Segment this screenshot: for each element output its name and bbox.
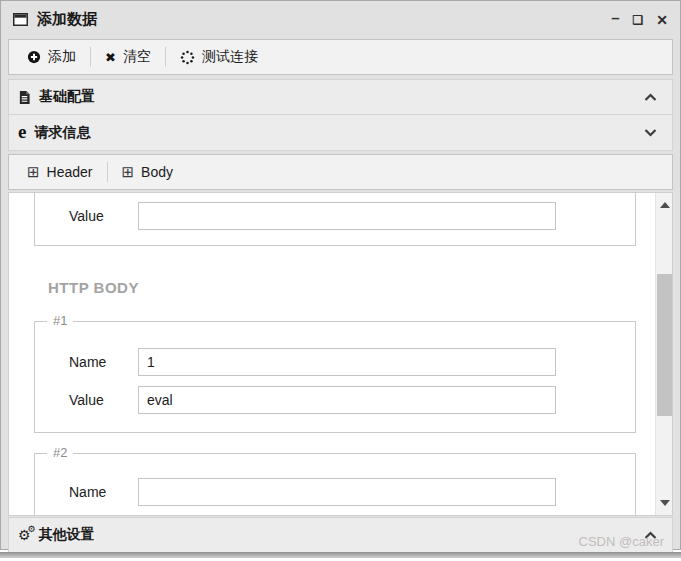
section-other-label: 其他设置 [39,526,95,544]
request-e-icon: e [18,122,26,141]
field-row: Value [35,202,635,230]
request-sub-toolbar: ⊞ Header ⊞ Body [8,154,673,190]
gears-icon: ⚙⚙ [18,528,31,542]
window-controls: – ❑ ✕ [611,12,668,27]
dialog-titlebar[interactable]: 添加数据 – ❑ ✕ [1,1,680,38]
page-title: 添加数据 [37,10,97,29]
name-field-label: Name [69,484,138,500]
body2-name-input[interactable] [138,478,556,506]
chevron-up-icon [644,93,657,102]
section-request-info[interactable]: e 请求信息 [8,115,673,151]
add-header-button[interactable]: ⊞ Header [13,159,107,185]
clear-button-label: 清空 [123,48,151,66]
window-drop-shadow [0,552,681,558]
plus-square-icon: ⊞ [27,163,40,181]
section-basic-label: 基础配置 [39,88,95,106]
window-icon [13,13,28,26]
value-field-label: Value [69,392,138,408]
request-form-scroll-area: Value HTTP BODY #1 Name Value #2 [8,192,673,516]
plus-square-icon: ⊞ [122,163,135,181]
section-basic-config[interactable]: 基础配置 [8,79,673,115]
add-header-label: Header [47,164,93,180]
scrollbar-thumb[interactable] [657,274,672,416]
http-body-heading: HTTP BODY [48,279,139,296]
value-field-label: Value [69,208,138,224]
field-row: Value [35,386,635,414]
section-other-settings[interactable]: ⚙⚙ 其他设置 [8,517,673,553]
body-fieldset-2: #2 Name [34,453,636,516]
field-row: Name [35,348,635,376]
plus-circle-icon [27,50,41,64]
minimize-icon[interactable]: – [611,10,619,25]
chevron-down-icon [644,128,657,137]
clear-x-icon: ✖ [105,50,116,65]
add-body-button[interactable]: ⊞ Body [108,159,188,185]
fieldset-2-legend: #2 [47,445,73,460]
clear-button[interactable]: ✖ 清空 [91,44,165,70]
add-button[interactable]: 添加 [13,44,90,70]
csdn-watermark: CSDN @caker [579,534,664,549]
spinner-icon [180,50,195,65]
fieldset-1-legend: #1 [47,313,73,328]
body-fieldset-1: #1 Name Value [34,321,636,433]
name-field-label: Name [69,354,138,370]
close-icon[interactable]: ✕ [656,13,668,27]
body1-name-input[interactable] [138,348,556,376]
header-value-input[interactable] [138,202,556,230]
add-button-label: 添加 [48,48,76,66]
test-connection-label: 测试连接 [202,48,258,66]
section-request-label: 请求信息 [34,124,90,142]
main-toolbar: 添加 ✖ 清空 测试连接 [8,39,673,75]
field-row: Name [35,478,635,506]
maximize-icon[interactable]: ❑ [633,14,644,26]
add-body-label: Body [141,164,173,180]
header-fieldset-partial: Value [34,192,636,246]
vertical-scrollbar[interactable] [655,193,672,515]
document-icon [18,90,31,105]
test-connection-button[interactable]: 测试连接 [166,44,272,70]
body1-value-input[interactable] [138,386,556,414]
dialog-window: 添加数据 – ❑ ✕ 添加 ✖ 清空 [0,0,681,550]
